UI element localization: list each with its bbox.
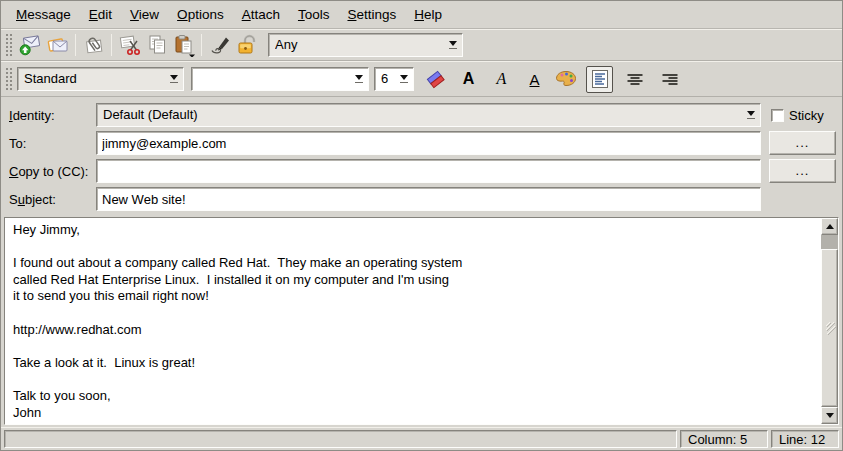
to-label: To:: [1, 136, 96, 151]
cc-label: Copy to (CC):: [1, 164, 96, 179]
align-right-button[interactable]: [656, 66, 683, 93]
editor-line: [13, 239, 821, 256]
attach-file-button[interactable]: [80, 32, 107, 59]
subject-input[interactable]: [96, 187, 761, 211]
sticky-checkbox[interactable]: [771, 109, 784, 122]
toolbar-separator: [201, 34, 202, 56]
copy-icon: [145, 33, 169, 57]
font-size-value: 6: [381, 71, 393, 86]
eraser-icon: [423, 66, 449, 92]
chevron-down-icon[interactable]: [445, 36, 460, 54]
editor-content[interactable]: Hey Jimmy, I found out about a company c…: [5, 218, 821, 424]
editor-line: John: [13, 405, 821, 422]
message-headers: Identity: Default (Default) Sticky To: .…: [1, 97, 842, 215]
status-column-text: Column: 5: [688, 432, 747, 447]
paste-button[interactable]: [170, 32, 197, 59]
text-color-button[interactable]: [552, 66, 579, 93]
editor-line: http://www.redhat.com: [13, 322, 821, 339]
identity-row: Identity: Default (Default) Sticky: [1, 103, 842, 127]
underline-button[interactable]: A: [521, 66, 548, 93]
sign-icon: [208, 33, 232, 57]
subject-row: Subject:: [1, 187, 842, 211]
toolbar-drag-handle[interactable]: [5, 33, 12, 57]
message-body-editor: Hey Jimmy, I found out about a company c…: [4, 217, 839, 425]
scroll-down-button[interactable]: [821, 407, 838, 424]
scrollbar-grip: [825, 321, 836, 335]
menu-item-settings[interactable]: Settings: [338, 3, 405, 26]
status-bar: Column: 5 Line: 12: [1, 427, 842, 450]
crypto-filter-combo[interactable]: Any: [268, 33, 463, 57]
cut-button[interactable]: [116, 32, 143, 59]
send-button[interactable]: [17, 32, 44, 59]
palette-icon: [553, 66, 579, 92]
menu-item-view[interactable]: View: [121, 3, 168, 26]
menu-item-options[interactable]: Options: [168, 3, 233, 26]
editor-line: Take a look at it. Linux is great!: [13, 355, 821, 372]
encrypt-icon: [235, 33, 259, 57]
status-message-panel: [4, 430, 677, 448]
editor-line: [13, 305, 821, 322]
to-row: To: ...: [1, 131, 842, 155]
editor-line: Hey Jimmy,: [13, 222, 821, 239]
italic-button[interactable]: A: [488, 66, 515, 93]
chevron-down-icon[interactable]: [166, 70, 181, 88]
italic-icon: A: [497, 70, 507, 88]
chevron-down-icon[interactable]: [351, 70, 366, 88]
sticky-option: Sticky: [771, 108, 824, 123]
align-right-icon: [660, 69, 680, 89]
align-center-icon: [625, 69, 645, 89]
sign-button[interactable]: [206, 32, 233, 59]
scrollbar-thumb[interactable]: [821, 249, 838, 407]
paste-icon: [172, 33, 196, 57]
cut-icon: [118, 33, 142, 57]
encrypt-button[interactable]: [233, 32, 260, 59]
menu-item-help[interactable]: Help: [405, 3, 451, 26]
editor-line: called Red Hat Enterprise Linux. I insta…: [13, 272, 821, 289]
menu-item-edit[interactable]: Edit: [80, 3, 121, 26]
editor-line: Talk to you soon,: [13, 388, 821, 405]
sticky-label: Sticky: [789, 108, 824, 123]
scroll-up-button[interactable]: [821, 218, 838, 235]
to-input[interactable]: [96, 131, 761, 155]
menu-item-attach[interactable]: Attach: [233, 3, 289, 26]
status-line-text: Line: 12: [779, 432, 825, 447]
toolbar-separator: [75, 34, 76, 56]
font-size-spinner[interactable]: 6: [374, 67, 414, 91]
editor-line: [13, 338, 821, 355]
cc-address-picker-button[interactable]: ...: [769, 159, 836, 183]
align-left-button[interactable]: [586, 66, 613, 93]
composer-window: MessageEditViewOptionsAttachToolsSetting…: [0, 0, 843, 451]
send-queued-button[interactable]: [44, 32, 71, 59]
send-queued-icon: [46, 33, 70, 57]
editor-line: it to send you this email right now!: [13, 288, 821, 305]
chevron-down-icon[interactable]: [743, 106, 758, 124]
bold-button[interactable]: A: [455, 66, 482, 93]
menu-bar: MessageEditViewOptionsAttachToolsSetting…: [1, 1, 842, 29]
bold-icon: A: [463, 70, 475, 88]
cc-input[interactable]: [96, 159, 761, 183]
paragraph-style-combo[interactable]: Standard: [17, 67, 184, 91]
cc-row: Copy to (CC): ...: [1, 159, 842, 183]
copy-button[interactable]: [143, 32, 170, 59]
paragraph-style-value: Standard: [24, 71, 163, 86]
scrollbar-track[interactable]: [821, 235, 838, 249]
underline-icon: A: [529, 71, 539, 88]
editor-line: I found out about a company called Red H…: [13, 255, 821, 272]
toolbar-separator: [111, 34, 112, 56]
to-address-picker-button[interactable]: ...: [769, 131, 836, 155]
editor-line: [13, 371, 821, 388]
font-family-combo[interactable]: [191, 67, 369, 91]
format-toolbar: Standard 6 A A: [1, 61, 842, 97]
menu-item-tools[interactable]: Tools: [289, 3, 339, 26]
status-column-panel: Column: 5: [680, 430, 768, 448]
subject-label: Subject:: [1, 192, 96, 207]
identity-combo[interactable]: Default (Default): [96, 103, 761, 127]
align-center-button[interactable]: [621, 66, 648, 93]
main-toolbar: Any: [1, 29, 842, 61]
menu-item-message[interactable]: Message: [7, 3, 80, 26]
vertical-scrollbar: [821, 218, 838, 424]
eraser-button[interactable]: [422, 66, 449, 93]
chevron-down-icon[interactable]: [396, 70, 411, 88]
toolbar-drag-handle[interactable]: [5, 67, 12, 91]
crypto-filter-value: Any: [275, 37, 442, 52]
